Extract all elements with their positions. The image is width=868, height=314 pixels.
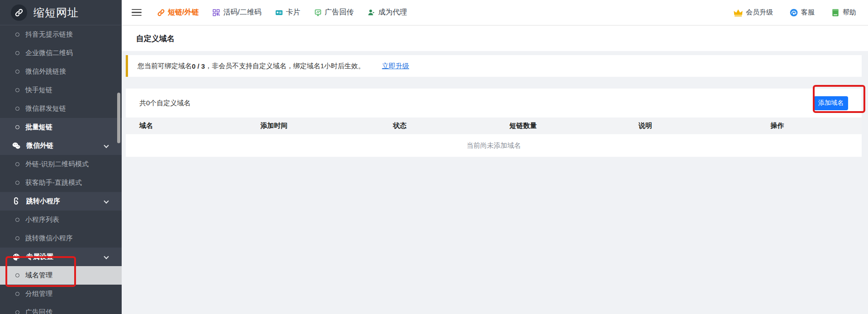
sidebar-item-douyin-link[interactable]: 抖音无提示链接 (0, 25, 122, 44)
sidebar-item-label: 广告回传 (25, 308, 52, 314)
customer-service-button[interactable]: 客服 (789, 8, 815, 17)
circle-icon (15, 181, 19, 185)
sidebar-item-label: 域名管理 (25, 271, 52, 280)
column-header-description: 说明 (584, 122, 707, 130)
sidebar-item-label: 跳转小程序 (26, 197, 60, 206)
tab-ad-callback[interactable]: 广告回传 (314, 8, 354, 17)
card-icon (275, 9, 283, 17)
sidebar-item-label: 获客助手-直跳模式 (25, 178, 82, 187)
link-icon (157, 9, 165, 17)
circle-icon (15, 51, 19, 55)
sidebar-menu: 抖音无提示链接 企业微信二维码 微信外跳链接 快手短链 微信群发短链 批量短链 … (0, 25, 122, 314)
sidebar-item-label: 分组管理 (25, 290, 52, 298)
circle-icon (15, 273, 19, 277)
sidebar-item-domain-management[interactable]: 域名管理 (0, 266, 122, 285)
sidebar-item-miniprogram-list[interactable]: 小程序列表 (0, 211, 122, 229)
circle-icon (15, 107, 19, 111)
sidebar-item-label: 专属设置 (26, 253, 53, 261)
hamburger-menu-icon[interactable] (132, 9, 142, 16)
circle-icon (15, 292, 19, 296)
circle-icon (15, 70, 19, 74)
page-title: 自定义域名 (122, 25, 868, 51)
qrcode-icon (212, 9, 220, 17)
help-button[interactable]: 帮助 (831, 8, 856, 17)
sidebar-item-label: 跳转微信小程序 (25, 234, 73, 243)
agent-person-icon (367, 9, 375, 17)
help-book-icon (831, 8, 840, 17)
tab-livecode-qrcode[interactable]: 活码/二维码 (212, 8, 261, 17)
member-upgrade-button[interactable]: 会员升级 (733, 8, 773, 18)
sidebar-item-label: 企业微信二维码 (25, 49, 73, 57)
sidebar-item-jump-wechat-miniprogram[interactable]: 跳转微信小程序 (0, 229, 122, 248)
chevron-down-icon (104, 198, 109, 203)
circle-icon (15, 236, 19, 240)
customer-service-icon (789, 8, 798, 17)
sidebar-group-wechat-external-link[interactable]: 微信外链 (0, 136, 122, 155)
topbar: 短链/外链 活码/二维码 卡片 广告回传 (122, 0, 868, 25)
table-empty-state: 当前尚未添加域名 (126, 134, 862, 157)
palette-icon (12, 253, 21, 262)
sidebar-item-wechat-mass-shortlink[interactable]: 微信群发短链 (0, 99, 122, 118)
sidebar-item-label: 批量短链 (25, 123, 52, 131)
sidebar-group-exclusive-settings[interactable]: 专属设置 (0, 248, 122, 266)
sidebar-item-label: 抖音无提示链接 (25, 30, 73, 39)
sidebar-item-label: 外链-识别二维码模式 (25, 160, 89, 169)
sidebar-item-label: 微信群发短链 (25, 104, 66, 113)
sidebar-item-wechat-jump-link[interactable]: 微信外跳链接 (0, 62, 122, 81)
upgrade-now-link[interactable]: 立即升级 (382, 62, 409, 70)
sidebar-group-jump-miniprogram[interactable]: 跳转小程序 (0, 192, 122, 211)
topbar-right: 会员升级 客服 帮助 (733, 8, 856, 18)
circle-icon (15, 162, 19, 166)
domain-table-card: 共0个自定义域名 添加域名 域名 添加时间 状态 短链数量 说明 操作 当前尚未… (126, 89, 862, 157)
main-content: 自定义域名 您当前可绑定域名0 / 3，非会员不支持自定义域名，绑定域名1小时后… (122, 25, 868, 314)
circle-icon (15, 33, 19, 37)
app-title: 缩短网址 (33, 5, 79, 20)
chevron-down-icon (104, 254, 109, 259)
tab-label: 卡片 (286, 8, 300, 17)
sidebar-item-wecom-qrcode[interactable]: 企业微信二维码 (0, 44, 122, 62)
sidebar-item-label: 快手短链 (25, 86, 52, 94)
sidebar-item-label: 微信外跳链接 (25, 67, 66, 76)
column-header-domain: 域名 (139, 122, 210, 130)
sidebar-item-extlink-qrcode-mode[interactable]: 外链-识别二维码模式 (0, 155, 122, 173)
sidebar-item-group-management[interactable]: 分组管理 (0, 285, 122, 303)
add-domain-button[interactable]: 添加域名 (814, 96, 848, 110)
circle-icon (15, 88, 19, 92)
column-header-actions: 操作 (707, 122, 848, 130)
sidebar-scrollbar[interactable] (117, 93, 120, 143)
sidebar-item-ad-callback[interactable]: 广告回传 (0, 303, 122, 314)
column-header-status: 状态 (338, 122, 462, 130)
sidebar-item-label: 微信外链 (26, 141, 53, 150)
sidebar-item-customer-helper-direct-mode[interactable]: 获客助手-直跳模式 (0, 173, 122, 192)
tab-shortlink-extlink[interactable]: 短链/外链 (157, 8, 199, 17)
circle-icon (15, 218, 19, 222)
notice-text-prefix: 您当前可绑定域名 (138, 62, 192, 70)
tab-label: 成为代理 (378, 8, 407, 17)
link-logo-icon (11, 5, 27, 21)
tab-label: 广告回传 (325, 8, 354, 17)
crown-icon (733, 8, 743, 18)
tab-become-agent[interactable]: 成为代理 (367, 8, 407, 17)
sidebar-item-batch-shortlink[interactable]: 批量短链 (0, 118, 122, 136)
notice-text-suffix: ，非会员不支持自定义域名，绑定域名1小时后生效。 (205, 62, 365, 70)
top-navigation: 短链/外链 活码/二维码 卡片 广告回传 (157, 8, 407, 17)
column-header-shortlink-count: 短链数量 (462, 122, 584, 130)
sidebar-item-label: 小程序列表 (25, 216, 59, 224)
chevron-down-icon (104, 143, 109, 148)
ad-callback-icon (314, 9, 322, 17)
table-header-row: 域名 添加时间 状态 短链数量 说明 操作 (126, 117, 862, 134)
tab-card[interactable]: 卡片 (275, 8, 300, 17)
domain-count-summary: 共0个自定义域名 (139, 99, 190, 108)
circle-icon (15, 125, 19, 129)
circle-icon (15, 310, 19, 314)
topbar-item-label: 帮助 (843, 8, 856, 17)
table-card-header: 共0个自定义域名 添加域名 (126, 89, 862, 117)
sidebar-item-kuaishou-shortlink[interactable]: 快手短链 (0, 81, 122, 99)
sidebar: 缩短网址 抖音无提示链接 企业微信二维码 微信外跳链接 快手短链 微信群发短链 … (0, 0, 122, 314)
wechat-icon (12, 141, 21, 150)
tab-label: 短链/外链 (168, 8, 199, 17)
tab-label: 活码/二维码 (223, 8, 261, 17)
notice-quota-value: 0 / 3 (192, 62, 205, 70)
app-logo[interactable]: 缩短网址 (0, 0, 122, 25)
miniprogram-icon (12, 197, 21, 206)
